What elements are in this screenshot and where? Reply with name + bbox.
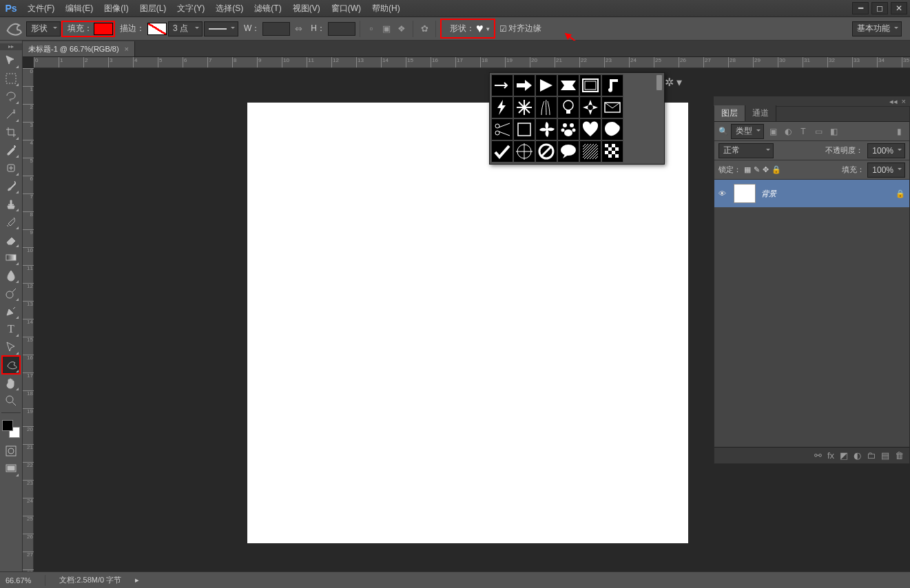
healing-tool[interactable]: [3, 160, 19, 176]
shape-dropdown-chevron[interactable]: ▾: [486, 25, 490, 32]
magic-wand-tool[interactable]: [3, 106, 19, 123]
filter-toggle[interactable]: ▮: [893, 125, 905, 138]
document-tab[interactable]: 未标题-1 @ 66.7%(RGB/8) ×: [23, 41, 135, 56]
canvas[interactable]: [247, 103, 688, 543]
move-tool[interactable]: [3, 52, 19, 69]
link-wh-icon[interactable]: ⇔: [291, 22, 305, 36]
shape-heart[interactable]: [579, 118, 601, 140]
gradient-tool[interactable]: [3, 249, 19, 266]
hand-tool[interactable]: [3, 375, 19, 391]
workspace-dropdown[interactable]: 基本功能: [852, 21, 902, 36]
tool-mode-dropdown[interactable]: 形状: [26, 21, 61, 36]
layer-row[interactable]: 👁 背景 🔒: [714, 180, 909, 207]
menu-view[interactable]: 视图(V): [287, 0, 326, 17]
menu-image[interactable]: 图像(I): [99, 0, 134, 17]
shape-music-note[interactable]: [601, 74, 623, 96]
gear-icon[interactable]: ✿: [417, 22, 431, 36]
clone-stamp-tool[interactable]: [3, 196, 19, 212]
ruler-horizontal[interactable]: 0123456789101112131415161718192021222324…: [34, 57, 910, 68]
shape-lightning[interactable]: [491, 96, 513, 118]
height-input[interactable]: [328, 22, 355, 36]
blend-mode-dropdown[interactable]: 正常: [718, 143, 774, 158]
lock-all-icon[interactable]: 🔒: [772, 165, 781, 174]
layer-list[interactable]: 👁 背景 🔒: [714, 180, 909, 447]
marquee-tool[interactable]: [3, 70, 19, 87]
lock-pixels-icon[interactable]: ▦: [744, 165, 751, 174]
ruler-vertical[interactable]: 0123456789101112131415161718192021222324…: [23, 68, 34, 571]
custom-shape-tool-icon[interactable]: [3, 20, 25, 38]
tab-channels[interactable]: 通道: [745, 105, 776, 121]
lock-brush-icon[interactable]: ✎: [754, 165, 760, 174]
menu-window[interactable]: 窗口(W): [326, 0, 366, 17]
shape-paw[interactable]: [557, 118, 579, 140]
opacity-input[interactable]: 100%: [867, 143, 905, 158]
align-edges-checkbox[interactable]: ☑: [499, 24, 507, 34]
menu-help[interactable]: 帮助(H): [366, 0, 406, 17]
shape-bulb[interactable]: [557, 96, 579, 118]
brush-tool[interactable]: [3, 178, 19, 194]
path-ops-icon[interactable]: ▫: [364, 22, 378, 36]
close-tab-icon[interactable]: ×: [125, 45, 129, 53]
minimize-button[interactable]: ━: [852, 2, 869, 14]
lock-position-icon[interactable]: ✥: [763, 165, 769, 174]
lasso-tool[interactable]: [3, 88, 19, 105]
adjustment-icon[interactable]: ◐: [854, 450, 861, 461]
pen-tool[interactable]: [3, 303, 19, 319]
fx-icon[interactable]: fx: [827, 450, 834, 461]
fill-swatch[interactable]: [94, 23, 113, 35]
shape-speech[interactable]: [557, 140, 579, 162]
shape-hatch[interactable]: [579, 140, 601, 162]
menu-select[interactable]: 选择(S): [210, 0, 249, 17]
heart-shape-preview[interactable]: ♥: [476, 21, 484, 36]
menu-layer[interactable]: 图层(L): [134, 0, 172, 17]
shape-square-outline[interactable]: [513, 118, 535, 140]
visibility-icon[interactable]: 👁: [718, 189, 728, 198]
eraser-tool[interactable]: [3, 231, 19, 248]
arrange-icon[interactable]: ❖: [395, 22, 409, 36]
zoom-tool[interactable]: [3, 392, 19, 409]
shape-picker-menu-icon[interactable]: ✲ ▾: [665, 76, 682, 89]
menu-type[interactable]: 文字(Y): [172, 0, 210, 17]
layer-fill-input[interactable]: 100%: [867, 162, 905, 178]
shape-no[interactable]: [535, 140, 557, 162]
filter-shape-icon[interactable]: ▭: [812, 125, 825, 138]
filter-smart-icon[interactable]: ◧: [827, 125, 840, 138]
quick-mask-tool[interactable]: [3, 443, 19, 459]
tab-layers[interactable]: 图层: [714, 105, 745, 121]
menu-filter[interactable]: 滤镜(T): [249, 0, 287, 17]
shape-scissors[interactable]: [491, 118, 513, 140]
shape-scrollbar[interactable]: [654, 73, 664, 164]
crop-tool[interactable]: [3, 124, 19, 140]
filter-image-icon[interactable]: ▣: [767, 125, 779, 138]
zoom-level[interactable]: 66.67%: [6, 576, 31, 585]
doc-info[interactable]: 文档:2.58M/0 字节: [59, 575, 121, 585]
shape-frame[interactable]: [579, 74, 601, 96]
align-icon[interactable]: ▣: [380, 22, 393, 36]
layer-thumbnail[interactable]: [734, 184, 756, 203]
shape-target[interactable]: [513, 140, 535, 162]
shape-ribbon[interactable]: [557, 74, 579, 96]
shape-rays[interactable]: [579, 96, 601, 118]
shape-fleur[interactable]: [535, 118, 557, 140]
stroke-swatch[interactable]: [147, 23, 167, 35]
screen-mode-tool[interactable]: [3, 461, 19, 477]
shape-arrow-tri[interactable]: [535, 74, 557, 96]
filter-adjust-icon[interactable]: ◐: [782, 125, 794, 138]
panel-collapse-bar[interactable]: ◂◂×: [714, 96, 910, 106]
shape-blob[interactable]: [601, 118, 623, 140]
layer-name[interactable]: 背景: [761, 189, 890, 199]
close-button[interactable]: ✕: [891, 2, 907, 14]
menu-file[interactable]: 文件(F): [22, 0, 60, 17]
color-swatches[interactable]: [2, 420, 20, 438]
type-tool[interactable]: T: [3, 321, 19, 337]
stroke-style-dropdown[interactable]: [204, 21, 238, 36]
custom-shape-tool[interactable]: [3, 357, 19, 373]
shape-arrow-bold[interactable]: [513, 74, 535, 96]
filter-type-icon[interactable]: T: [797, 125, 809, 138]
width-input[interactable]: [262, 22, 290, 36]
shape-starburst[interactable]: [513, 96, 535, 118]
link-layers-icon[interactable]: ⚯: [814, 450, 822, 461]
stroke-width-dropdown[interactable]: 3 点: [168, 21, 203, 36]
new-layer-icon[interactable]: ▤: [881, 450, 889, 461]
group-icon[interactable]: 🗀: [867, 450, 876, 461]
